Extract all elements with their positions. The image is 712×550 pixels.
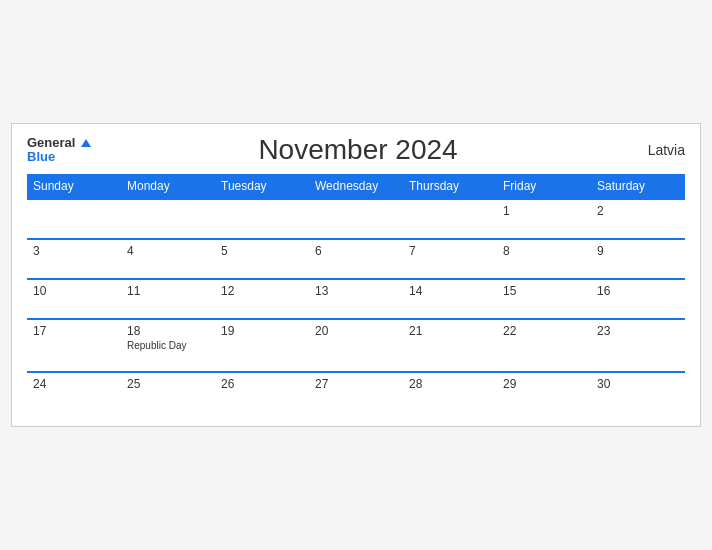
weekday-header-monday: Monday [121,174,215,199]
day-cell: 7 [403,239,497,279]
day-number: 10 [33,284,115,298]
day-number: 20 [315,324,397,338]
day-cell: 21 [403,319,497,372]
day-number: 12 [221,284,303,298]
day-cell [309,199,403,239]
day-number: 15 [503,284,585,298]
day-number: 6 [315,244,397,258]
day-cell: 24 [27,372,121,411]
weekday-header-row: SundayMondayTuesdayWednesdayThursdayFrid… [27,174,685,199]
day-cell: 1 [497,199,591,239]
day-number: 30 [597,377,679,391]
day-number: 13 [315,284,397,298]
day-cell [121,199,215,239]
day-cell: 23 [591,319,685,372]
weekday-header-friday: Friday [497,174,591,199]
day-number: 21 [409,324,491,338]
day-number: 27 [315,377,397,391]
day-number: 8 [503,244,585,258]
weekday-header-wednesday: Wednesday [309,174,403,199]
week-row-3: 10111213141516 [27,279,685,319]
week-row-1: 12 [27,199,685,239]
day-cell: 30 [591,372,685,411]
calendar-header: General Blue November 2024 Latvia [27,134,685,166]
logo: General Blue [27,136,91,165]
day-number: 16 [597,284,679,298]
day-cell: 4 [121,239,215,279]
country-label: Latvia [625,142,685,158]
week-row-4: 1718Republic Day1920212223 [27,319,685,372]
calendar-container: General Blue November 2024 Latvia Sunday… [11,123,701,427]
day-number: 3 [33,244,115,258]
day-cell: 25 [121,372,215,411]
day-cell: 16 [591,279,685,319]
day-number: 11 [127,284,209,298]
day-number: 25 [127,377,209,391]
day-number: 22 [503,324,585,338]
day-cell: 22 [497,319,591,372]
day-cell: 18Republic Day [121,319,215,372]
day-number: 5 [221,244,303,258]
day-number: 2 [597,204,679,218]
day-number: 18 [127,324,209,338]
week-row-5: 24252627282930 [27,372,685,411]
day-cell: 8 [497,239,591,279]
day-cell: 28 [403,372,497,411]
weekday-header-tuesday: Tuesday [215,174,309,199]
weekday-header-saturday: Saturday [591,174,685,199]
day-cell: 27 [309,372,403,411]
day-number: 14 [409,284,491,298]
event-label: Republic Day [127,340,209,351]
day-cell: 12 [215,279,309,319]
day-cell: 13 [309,279,403,319]
day-cell: 20 [309,319,403,372]
calendar-table: SundayMondayTuesdayWednesdayThursdayFrid… [27,174,685,411]
day-number: 17 [33,324,115,338]
day-number: 1 [503,204,585,218]
day-number: 23 [597,324,679,338]
day-cell: 5 [215,239,309,279]
day-number: 4 [127,244,209,258]
day-cell: 10 [27,279,121,319]
day-number: 29 [503,377,585,391]
month-title: November 2024 [91,134,625,166]
day-number: 19 [221,324,303,338]
day-cell: 9 [591,239,685,279]
logo-blue-text: Blue [27,150,55,164]
day-number: 9 [597,244,679,258]
day-cell: 3 [27,239,121,279]
day-cell: 29 [497,372,591,411]
day-number: 28 [409,377,491,391]
week-row-2: 3456789 [27,239,685,279]
day-cell: 17 [27,319,121,372]
day-cell: 26 [215,372,309,411]
day-number: 7 [409,244,491,258]
day-cell: 15 [497,279,591,319]
day-cell: 11 [121,279,215,319]
day-cell: 19 [215,319,309,372]
day-number: 24 [33,377,115,391]
weekday-header-thursday: Thursday [403,174,497,199]
day-cell: 2 [591,199,685,239]
day-cell: 6 [309,239,403,279]
day-cell: 14 [403,279,497,319]
weekday-header-sunday: Sunday [27,174,121,199]
logo-general-text: General [27,136,91,150]
day-number: 26 [221,377,303,391]
day-cell [215,199,309,239]
day-cell [27,199,121,239]
day-cell [403,199,497,239]
